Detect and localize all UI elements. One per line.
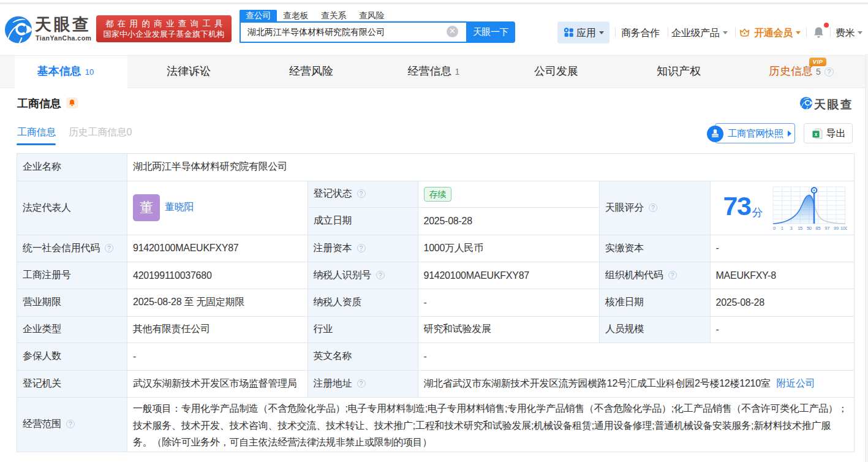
svg-text:3: 3 bbox=[790, 225, 792, 231]
svg-text:99: 99 bbox=[833, 225, 838, 231]
svg-text:1: 1 bbox=[780, 225, 783, 231]
svg-text:97: 97 bbox=[825, 225, 829, 231]
svg-text:15: 15 bbox=[798, 225, 802, 231]
svg-text:x: x bbox=[814, 131, 817, 137]
svg-text:100: 100 bbox=[840, 225, 847, 231]
svg-text:85: 85 bbox=[815, 225, 820, 231]
svg-text:0: 0 bbox=[773, 225, 776, 231]
svg-text:50: 50 bbox=[806, 225, 811, 231]
